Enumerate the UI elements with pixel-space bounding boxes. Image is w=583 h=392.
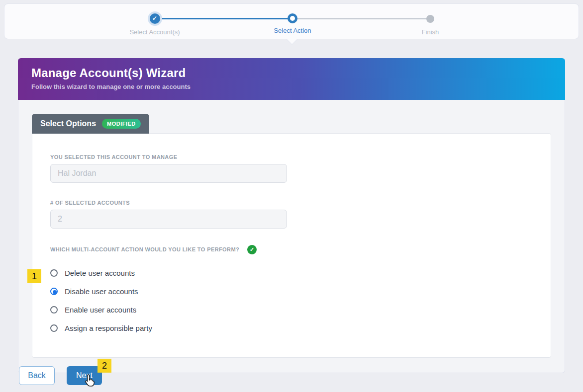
stepper-step-select-accounts[interactable]: ✓ Select Account(s) bbox=[100, 4, 209, 36]
action-question-label: WHICH MULTI-ACCOUNT ACTION WOULD YOU LIK… bbox=[50, 246, 239, 252]
step-label: Select Action bbox=[238, 27, 347, 34]
radio-button-icon[interactable] bbox=[50, 269, 58, 277]
radio-button-icon[interactable] bbox=[50, 288, 58, 295]
stepper-pointer-caret bbox=[287, 34, 298, 45]
tab-label: Select Options bbox=[40, 119, 96, 128]
modified-badge: MODIFIED bbox=[102, 119, 141, 129]
selected-account-input[interactable] bbox=[50, 164, 287, 183]
option-delete-user-accounts[interactable]: Delete user accounts bbox=[50, 264, 533, 282]
step-label: Select Account(s) bbox=[100, 28, 209, 36]
page-title: Manage Account(s) Wizard bbox=[31, 66, 552, 80]
stepper-step-finish[interactable]: Finish bbox=[376, 4, 485, 36]
back-button[interactable]: Back bbox=[19, 366, 55, 385]
step-pending-dot-icon bbox=[426, 15, 434, 23]
option-label: Disable user accounts bbox=[65, 287, 138, 296]
stepper-step-select-action[interactable]: Select Action bbox=[238, 4, 347, 34]
wizard-body: Select Options MODIFIED YOU SELECTED THI… bbox=[18, 100, 565, 373]
tab-select-options[interactable]: Select Options MODIFIED bbox=[32, 114, 149, 134]
option-assign-responsible-party[interactable]: Assign a responsible party bbox=[50, 319, 533, 337]
hand-cursor-icon bbox=[84, 374, 97, 389]
wizard-header: Manage Account(s) Wizard Follow this wiz… bbox=[18, 58, 565, 100]
option-enable-user-accounts[interactable]: Enable user accounts bbox=[50, 301, 533, 319]
page-subtitle: Follow this wizard to manage one or more… bbox=[31, 83, 552, 90]
option-label: Delete user accounts bbox=[65, 269, 135, 277]
selected-count-field-group: # OF SELECTED ACCOUNTS bbox=[50, 198, 533, 229]
select-options-panel: YOU SELECTED THIS ACCOUNT TO MANAGE # OF… bbox=[32, 133, 551, 358]
manage-accounts-wizard-card: Manage Account(s) Wizard Follow this wiz… bbox=[18, 58, 565, 373]
valid-check-icon: ✓ bbox=[247, 245, 257, 254]
option-label: Assign a responsible party bbox=[65, 324, 152, 332]
annotation-marker-2: 2 bbox=[97, 359, 111, 373]
selected-account-field-group: YOU SELECTED THIS ACCOUNT TO MANAGE bbox=[50, 152, 533, 183]
wizard-stepper-bar: ✓ Select Account(s) Select Action Finish bbox=[4, 3, 579, 39]
step-label: Finish bbox=[376, 28, 485, 36]
step-completed-check-icon: ✓ bbox=[150, 13, 160, 24]
action-options-list: Delete user accounts Disable user accoun… bbox=[50, 264, 533, 337]
step-active-dot-icon bbox=[288, 13, 297, 23]
radio-button-icon[interactable] bbox=[50, 324, 58, 332]
annotation-marker-1: 1 bbox=[27, 269, 41, 283]
selected-count-label: # OF SELECTED ACCOUNTS bbox=[50, 200, 130, 206]
option-label: Enable user accounts bbox=[65, 306, 136, 314]
radio-button-icon[interactable] bbox=[50, 306, 58, 314]
action-question-row: WHICH MULTI-ACCOUNT ACTION WOULD YOU LIK… bbox=[50, 245, 533, 257]
selected-account-label: YOU SELECTED THIS ACCOUNT TO MANAGE bbox=[50, 154, 177, 160]
option-disable-user-accounts[interactable]: Disable user accounts bbox=[50, 282, 533, 301]
selected-count-input[interactable] bbox=[50, 210, 287, 229]
